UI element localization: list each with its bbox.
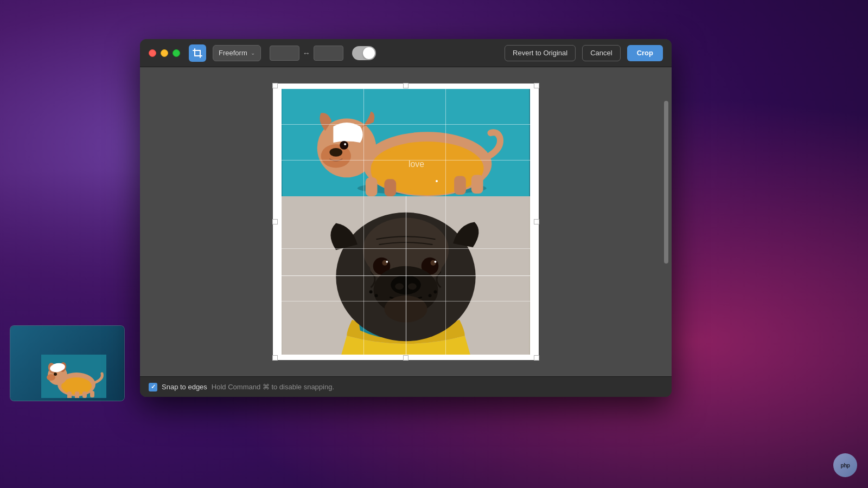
thumbnail-preview bbox=[10, 325, 125, 401]
toggle-knob bbox=[363, 47, 375, 59]
crop-mode-button[interactable] bbox=[189, 44, 206, 62]
svg-point-39 bbox=[434, 261, 436, 263]
svg-point-46 bbox=[433, 290, 437, 293]
snap-hint: Hold Command ⌘ to disable snapping. bbox=[212, 383, 334, 391]
canvas-area[interactable]: love bbox=[140, 67, 672, 376]
image-collage: love bbox=[273, 84, 539, 360]
status-bar: Snap to edges Hold Command ⌘ to disable … bbox=[140, 376, 672, 397]
svg-point-48 bbox=[384, 296, 427, 322]
images-area: love bbox=[282, 89, 530, 355]
svg-point-21 bbox=[329, 148, 342, 157]
traffic-lights bbox=[149, 49, 180, 57]
app-window: Freeform ⌄ ↔ Revert to Original Cancel C… bbox=[140, 39, 672, 397]
svg-point-22 bbox=[340, 141, 348, 150]
proportional-toggle[interactable] bbox=[352, 46, 376, 60]
svg-point-41 bbox=[391, 275, 420, 295]
aspect-ratio-dropdown[interactable]: Freeform ⌄ bbox=[213, 45, 261, 61]
svg-rect-27 bbox=[454, 176, 466, 195]
svg-rect-12 bbox=[90, 391, 94, 397]
svg-text:love: love bbox=[409, 159, 424, 169]
maximize-button[interactable] bbox=[173, 49, 180, 57]
height-input[interactable] bbox=[314, 46, 343, 61]
snap-label: Snap to edges bbox=[162, 383, 207, 391]
chevron-down-icon: ⌄ bbox=[251, 50, 255, 56]
svg-point-8 bbox=[54, 373, 57, 376]
php-watermark: php bbox=[833, 453, 857, 477]
top-image: love bbox=[282, 89, 530, 196]
svg-rect-11 bbox=[82, 391, 87, 398]
pug-image bbox=[282, 196, 530, 355]
close-button[interactable] bbox=[149, 49, 156, 57]
svg-rect-13 bbox=[195, 50, 200, 56]
title-bar: Freeform ⌄ ↔ Revert to Original Cancel C… bbox=[140, 39, 672, 67]
svg-rect-10 bbox=[75, 391, 79, 398]
svg-point-23 bbox=[344, 143, 346, 145]
svg-rect-28 bbox=[471, 175, 483, 194]
svg-rect-25 bbox=[366, 177, 378, 196]
svg-rect-26 bbox=[384, 179, 396, 196]
svg-point-43 bbox=[408, 283, 417, 290]
snap-to-edges-checkbox[interactable] bbox=[149, 383, 157, 391]
french-bulldog-image: love bbox=[282, 89, 530, 196]
scrollbar[interactable] bbox=[664, 95, 668, 356]
svg-point-47 bbox=[429, 294, 432, 297]
scroll-thumb[interactable] bbox=[664, 101, 668, 264]
dimension-inputs: ↔ bbox=[270, 46, 343, 61]
width-input[interactable] bbox=[270, 46, 299, 61]
cancel-button[interactable]: Cancel bbox=[582, 45, 620, 61]
dimension-separator: ↔ bbox=[303, 49, 310, 57]
svg-rect-9 bbox=[67, 391, 72, 398]
bottom-image bbox=[282, 196, 530, 355]
thumbnail-dog-image bbox=[41, 355, 106, 398]
svg-point-42 bbox=[395, 283, 404, 290]
aspect-ratio-label: Freeform bbox=[219, 49, 247, 57]
svg-point-45 bbox=[375, 294, 378, 297]
crop-button[interactable]: Crop bbox=[627, 45, 663, 61]
svg-point-18 bbox=[371, 150, 430, 191]
minimize-button[interactable] bbox=[161, 49, 168, 57]
crop-icon bbox=[193, 48, 202, 58]
svg-point-44 bbox=[369, 290, 373, 293]
svg-point-38 bbox=[386, 261, 388, 263]
revert-button[interactable]: Revert to Original bbox=[505, 45, 576, 61]
